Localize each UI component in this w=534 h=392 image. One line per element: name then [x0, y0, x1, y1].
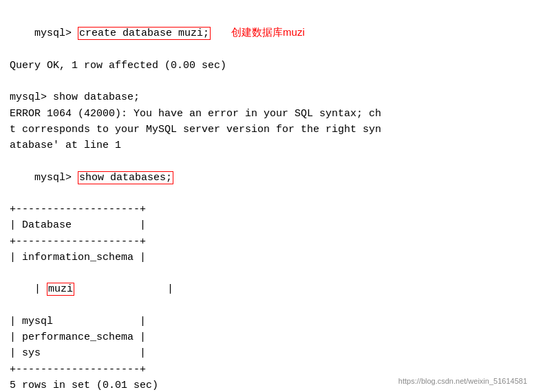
- table-border-top: +--------------------+: [10, 202, 524, 217]
- table-border-mid: +--------------------+: [10, 234, 524, 250]
- line-query-ok: Query OK, 1 row affected (0.00 sec): [10, 58, 524, 74]
- line-error-3: atabase' at line 1: [10, 138, 524, 153]
- prompt-1: mysql>: [34, 28, 78, 39]
- line-error-2: t corresponds to your MySQL server versi…: [10, 122, 524, 138]
- muzi-suffix: |: [74, 283, 173, 295]
- show-databases-command: show databases;: [78, 171, 173, 184]
- prompt-2: mysql>: [34, 172, 78, 184]
- create-db-command: create database muzi;: [78, 27, 211, 40]
- table-row-information-schema: | information_schema |: [10, 250, 524, 265]
- table-header: | Database |: [10, 217, 524, 233]
- table-row-muzi: | muzi |: [10, 265, 524, 314]
- terminal-window: mysql> create database muzi;创建数据库muzi Qu…: [0, 0, 534, 392]
- muzi-prefix: |: [34, 283, 47, 295]
- table-border-bottom: +--------------------+: [10, 362, 524, 378]
- line-create-database: mysql> create database muzi;创建数据库muzi: [10, 8, 524, 58]
- line-show-databases: mysql> show databases;: [10, 153, 524, 202]
- blank-line-1: [10, 74, 524, 89]
- muzi-db-name: muzi: [47, 283, 74, 296]
- annotation-chinese: 创建数据库muzi: [231, 26, 305, 38]
- line-show-database-wrong: mysql> show database;: [10, 89, 524, 105]
- table-row-sys: | sys |: [10, 345, 524, 361]
- table-row-performance-schema: | performance_schema |: [10, 329, 524, 345]
- line-error-1: ERROR 1064 (42000): You have an error in…: [10, 106, 524, 122]
- table-row-mysql: | mysql |: [10, 314, 524, 329]
- watermark: https://blog.csdn.net/weixin_51614581: [398, 377, 527, 385]
